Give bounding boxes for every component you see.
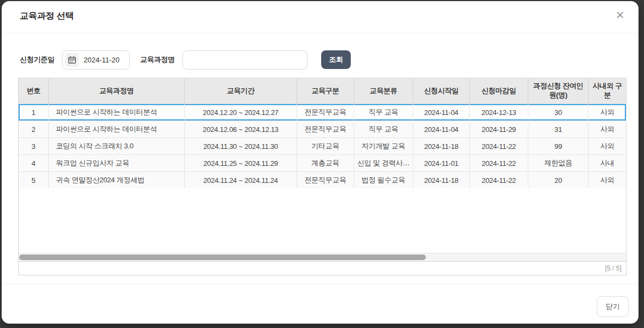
table-cell: 2024-11-18 bbox=[413, 172, 470, 188]
table-cell: 4 bbox=[19, 155, 49, 171]
table-cell: 2024-11-04 bbox=[413, 104, 470, 120]
table-row[interactable]: 3코딩의 시작 스크래치 3.02024.11.30 ~ 2024.11.30기… bbox=[19, 137, 626, 154]
table-cell: 1 bbox=[19, 104, 49, 120]
date-filter-label: 신청기준일 bbox=[20, 55, 55, 65]
table-row[interactable]: 5귀속 연말정산2024 개정세법2024.11.24 ~ 2024.11.24… bbox=[19, 171, 626, 188]
table-empty-space bbox=[19, 188, 626, 253]
table-row[interactable]: 4워크업 신규입사자 교육2024.11.25 ~ 2024.11.29계층교육… bbox=[19, 154, 626, 171]
table-cell: 2024-11-22 bbox=[470, 172, 528, 188]
table-cell: 파이썬으로 시작하는 데이터분석 bbox=[49, 121, 185, 137]
course-grid: 번호교육과정명교육기간교육구분교육분류신청시작일신청마감일과정신청 잔여인원(명… bbox=[18, 78, 626, 262]
record-count: [5 / 5] bbox=[605, 264, 622, 272]
column-header[interactable]: 과정신청 잔여인원(명) bbox=[528, 78, 589, 103]
table-cell: 제한없음 bbox=[528, 155, 589, 171]
column-header[interactable]: 신청마감일 bbox=[470, 78, 528, 103]
table-cell: 5 bbox=[19, 172, 49, 188]
footer-divider bbox=[2, 284, 639, 284]
table-cell: 계층교육 bbox=[297, 155, 354, 171]
search-button[interactable]: 조회 bbox=[321, 50, 351, 69]
table-cell: 직무 교육 bbox=[354, 104, 413, 120]
table-cell: 2024.11.30 ~ 2024.11.30 bbox=[185, 138, 297, 154]
table-cell: 2024-11-18 bbox=[413, 138, 470, 154]
table-cell: 99 bbox=[528, 138, 589, 154]
table-row[interactable]: 2파이썬으로 시작하는 데이터분석2024.12.06 ~ 2024.12.13… bbox=[19, 120, 626, 137]
table-cell: 30 bbox=[528, 104, 589, 120]
table-cell: 2024-11-04 bbox=[413, 121, 470, 137]
table-cell: 직무 교육 bbox=[354, 121, 413, 137]
date-value: 2024-11-20 bbox=[84, 56, 120, 64]
table-cell: 2024-11-01 bbox=[413, 155, 470, 171]
table-cell: 20 bbox=[528, 172, 589, 188]
table-cell: 자기개발 교육 bbox=[354, 138, 413, 154]
close-button[interactable]: 닫기 bbox=[597, 296, 629, 317]
table-cell: 전문직무교육 bbox=[297, 172, 354, 188]
table-body: 1파이썬으로 시작하는 데이터분석2024.12.20 ~ 2024.12.27… bbox=[19, 103, 626, 188]
table-cell: 2024-11-22 bbox=[470, 138, 528, 154]
course-select-dialog: 교육과정 선택 × 신청기준일 2024-11-20 교육과정명 조회 번호교육… bbox=[2, 1, 639, 324]
table-cell: 전문직무교육 bbox=[297, 104, 354, 120]
calendar-icon[interactable] bbox=[65, 53, 79, 67]
course-table: 번호교육과정명교육기간교육구분교육분류신청시작일신청마감일과정신청 잔여인원(명… bbox=[18, 78, 626, 275]
table-cell: 사외 bbox=[589, 121, 626, 137]
table-cell: 2024-11-22 bbox=[470, 155, 528, 171]
table-cell: 2024.11.24 ~ 2024.11.24 bbox=[185, 172, 297, 188]
table-cell: 2024-11-29 bbox=[470, 121, 528, 137]
column-header[interactable]: 사내외 구분 bbox=[589, 78, 626, 103]
table-cell: 2024.12.06 ~ 2024.12.13 bbox=[185, 121, 297, 137]
table-cell: 사외 bbox=[589, 172, 626, 188]
column-header[interactable]: 교육분류 bbox=[354, 78, 413, 103]
table-cell: 코딩의 시작 스크래치 3.0 bbox=[49, 138, 185, 154]
table-cell: 귀속 연말정산2024 개정세법 bbox=[49, 172, 185, 188]
horizontal-scrollbar[interactable] bbox=[19, 253, 626, 261]
table-cell: 2 bbox=[19, 121, 49, 137]
table-header-row: 번호교육과정명교육기간교육구분교육분류신청시작일신청마감일과정신청 잔여인원(명… bbox=[19, 78, 626, 103]
close-icon[interactable]: × bbox=[616, 8, 624, 22]
table-cell: 기타교육 bbox=[297, 138, 354, 154]
table-cell: 신입 및 경력사… bbox=[354, 155, 413, 171]
column-header[interactable]: 번호 bbox=[19, 78, 49, 103]
column-header[interactable]: 교육구분 bbox=[297, 78, 354, 103]
course-name-input[interactable] bbox=[183, 50, 307, 70]
dialog-title: 교육과정 선택 bbox=[20, 10, 73, 22]
table-cell: 2024.12.20 ~ 2024.12.27 bbox=[185, 104, 297, 120]
date-input[interactable]: 2024-11-20 bbox=[62, 50, 130, 70]
scrollbar-thumb[interactable] bbox=[19, 255, 426, 260]
course-name-label: 교육과정명 bbox=[140, 55, 175, 65]
table-cell: 31 bbox=[528, 121, 589, 137]
column-header[interactable]: 교육기간 bbox=[185, 78, 297, 103]
filter-bar: 신청기준일 2024-11-20 교육과정명 조회 bbox=[20, 50, 351, 70]
table-cell: 2024.11.25 ~ 2024.11.29 bbox=[185, 155, 297, 171]
table-cell: 사외 bbox=[589, 138, 626, 154]
table-row[interactable]: 1파이썬으로 시작하는 데이터분석2024.12.20 ~ 2024.12.27… bbox=[19, 103, 626, 120]
table-cell: 3 bbox=[19, 138, 49, 154]
table-cell: 사내 bbox=[589, 155, 626, 171]
title-divider bbox=[2, 33, 639, 33]
table-footer: [5 / 5] bbox=[18, 262, 626, 275]
table-cell: 전문직무교육 bbox=[297, 121, 354, 137]
table-cell: 사외 bbox=[589, 104, 626, 120]
table-cell: 법정 필수교육 bbox=[354, 172, 413, 188]
table-cell: 파이썬으로 시작하는 데이터분석 bbox=[49, 104, 185, 120]
column-header[interactable]: 신청시작일 bbox=[413, 78, 470, 103]
column-header[interactable]: 교육과정명 bbox=[49, 78, 185, 103]
table-cell: 워크업 신규입사자 교육 bbox=[49, 155, 185, 171]
table-cell: 2024-12-13 bbox=[470, 104, 528, 120]
